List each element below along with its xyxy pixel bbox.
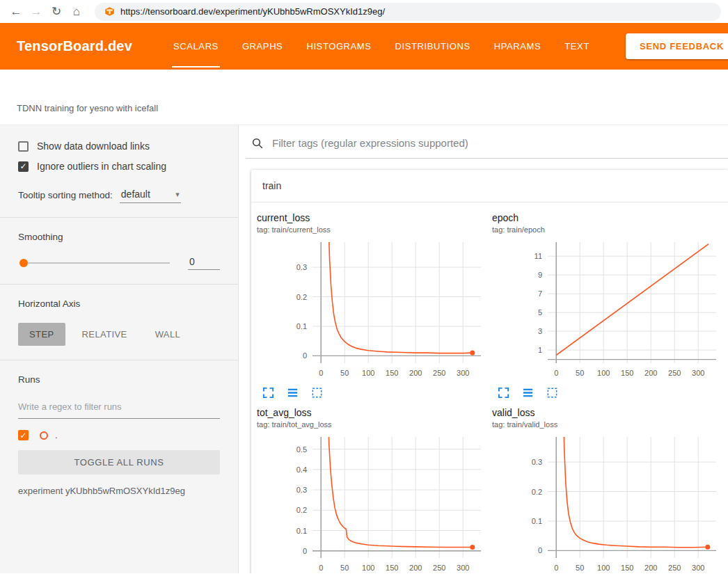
scalar-chart-card-valid-loss: valid_losstag: train/valid_loss050100150… bbox=[492, 407, 722, 573]
tooltip-sorting-value: default bbox=[121, 189, 167, 200]
svg-text:0: 0 bbox=[319, 369, 323, 377]
smoothing-value-field[interactable]: 0 bbox=[188, 256, 220, 270]
fit-domain-icon[interactable] bbox=[546, 387, 558, 399]
axis-button-wall[interactable]: WALL bbox=[144, 323, 192, 346]
settings-sidebar: Show data download links✓Ignore outliers… bbox=[0, 125, 239, 573]
send-feedback-button[interactable]: SEND FEEDBACK bbox=[626, 33, 728, 59]
axis-button-step[interactable]: STEP bbox=[18, 323, 65, 346]
chart-canvas[interactable]: 0501001502002503001357911 bbox=[492, 238, 722, 381]
svg-text:250: 250 bbox=[668, 564, 681, 572]
experiment-name: experiment yKUbhb5wRmOSXYkId1z9eg bbox=[18, 486, 220, 496]
svg-text:200: 200 bbox=[644, 369, 657, 377]
tab-hparams[interactable]: HPARAMS bbox=[482, 23, 553, 70]
svg-text:0.3: 0.3 bbox=[532, 458, 542, 466]
chart-toolbar bbox=[257, 381, 486, 403]
tensorboard-favicon bbox=[104, 6, 115, 17]
svg-text:0.4: 0.4 bbox=[296, 465, 307, 474]
tab-scalars[interactable]: SCALARS bbox=[161, 23, 230, 70]
runs-filter-input[interactable] bbox=[18, 399, 220, 419]
tag-filter-row bbox=[246, 132, 728, 159]
svg-text:250: 250 bbox=[433, 564, 445, 572]
svg-text:150: 150 bbox=[621, 564, 633, 572]
run-checkbox[interactable]: ✓ bbox=[18, 430, 29, 440]
tag-filter-input[interactable] bbox=[271, 136, 728, 150]
search-icon bbox=[251, 137, 264, 150]
smoothing-label: Smoothing bbox=[18, 232, 220, 242]
tooltip-sorting-select[interactable]: default ▾ bbox=[120, 187, 181, 203]
experiment-description: TDNN training for yesno with icefall bbox=[17, 103, 158, 113]
smoothing-slider-thumb[interactable] bbox=[19, 259, 28, 267]
chart-tag: tag: train/valid_loss bbox=[492, 420, 722, 429]
tab-histograms[interactable]: HISTOGRAMS bbox=[294, 23, 383, 70]
svg-text:7: 7 bbox=[538, 289, 542, 298]
svg-text:0.2: 0.2 bbox=[296, 506, 307, 514]
svg-text:250: 250 bbox=[668, 369, 681, 377]
expand-chart-icon[interactable] bbox=[262, 387, 274, 399]
chart-tag: tag: train/tot_avg_loss bbox=[257, 420, 486, 429]
divider bbox=[0, 217, 238, 218]
svg-text:0: 0 bbox=[538, 546, 542, 555]
svg-text:0.5: 0.5 bbox=[296, 445, 307, 454]
svg-text:300: 300 bbox=[692, 369, 704, 377]
show-data-download-links-checkbox[interactable] bbox=[18, 141, 29, 152]
run-row: ✓. bbox=[18, 430, 220, 440]
tab-distributions[interactable]: DISTRIBUTIONS bbox=[383, 23, 482, 70]
runs-table-icon[interactable] bbox=[522, 387, 534, 399]
svg-text:0: 0 bbox=[554, 369, 558, 377]
tab-text[interactable]: TEXT bbox=[553, 23, 601, 70]
svg-text:50: 50 bbox=[340, 564, 349, 572]
ignore-outliers-in-chart-scaling-checkbox[interactable]: ✓ bbox=[18, 161, 29, 172]
fit-domain-icon[interactable] bbox=[311, 387, 323, 399]
runs-table-icon[interactable] bbox=[287, 387, 299, 399]
svg-text:100: 100 bbox=[362, 564, 374, 572]
chart-canvas[interactable]: 05010015020025030000.10.20.3 bbox=[257, 238, 486, 381]
svg-text:0.2: 0.2 bbox=[532, 488, 542, 496]
svg-text:300: 300 bbox=[457, 564, 469, 572]
experiment-description-row: TDNN training for yesno with icefall bbox=[0, 70, 728, 125]
app-header: TensorBoard.dev SCALARSGRAPHSHISTOGRAMSD… bbox=[0, 23, 728, 70]
reload-icon[interactable]: ↻ bbox=[47, 3, 65, 21]
chart-canvas[interactable]: 05010015020025030000.10.20.30.40.5 bbox=[257, 433, 486, 573]
svg-text:100: 100 bbox=[597, 369, 610, 377]
svg-text:200: 200 bbox=[409, 369, 422, 377]
show-data-download-links-row: Show data download links bbox=[18, 141, 220, 152]
smoothing-slider[interactable] bbox=[24, 262, 170, 264]
expand-chart-icon[interactable] bbox=[498, 387, 509, 399]
svg-text:250: 250 bbox=[433, 369, 445, 377]
chart-title: epoch bbox=[492, 212, 722, 223]
back-icon[interactable]: ← bbox=[7, 3, 25, 21]
toggle-all-runs-button[interactable]: TOGGLE ALL RUNS bbox=[18, 450, 220, 475]
tooltip-sorting-label: Tooltip sorting method: bbox=[18, 190, 113, 200]
svg-text:0: 0 bbox=[554, 564, 558, 572]
tooltip-sorting-row: Tooltip sorting method: default ▾ bbox=[18, 187, 220, 203]
runs-label: Runs bbox=[18, 374, 220, 385]
svg-text:0.1: 0.1 bbox=[532, 517, 542, 525]
forward-icon[interactable]: → bbox=[27, 3, 45, 21]
svg-text:0: 0 bbox=[319, 564, 323, 572]
svg-text:0.1: 0.1 bbox=[296, 527, 307, 535]
chart-canvas[interactable]: 05010015020025030000.10.20.3 bbox=[492, 433, 722, 573]
section-header-train[interactable]: train bbox=[251, 170, 728, 202]
axis-button-relative[interactable]: RELATIVE bbox=[71, 323, 139, 346]
svg-text:0.3: 0.3 bbox=[296, 263, 307, 271]
svg-text:100: 100 bbox=[362, 369, 374, 377]
svg-text:0: 0 bbox=[303, 547, 307, 555]
charts-grid: current_losstag: train/current_loss05010… bbox=[251, 202, 728, 573]
ignore-outliers-in-chart-scaling-row: ✓Ignore outliers in chart scaling bbox=[18, 161, 220, 172]
svg-text:0.2: 0.2 bbox=[296, 293, 307, 301]
chart-toolbar bbox=[492, 381, 722, 403]
tab-graphs[interactable]: GRAPHS bbox=[230, 23, 295, 70]
chevron-down-icon: ▾ bbox=[175, 190, 180, 199]
address-bar[interactable]: https://tensorboard.dev/experiment/yKUbh… bbox=[95, 3, 721, 21]
main-content: train current_losstag: train/current_los… bbox=[239, 125, 728, 573]
section-title: train bbox=[262, 180, 281, 191]
svg-text:0.1: 0.1 bbox=[296, 322, 307, 330]
scalar-chart-card-current-loss: current_losstag: train/current_loss05010… bbox=[257, 212, 486, 403]
svg-text:1: 1 bbox=[538, 346, 542, 354]
browser-chrome: ← → ↻ ⌂ https://tensorboard.dev/experime… bbox=[0, 0, 728, 23]
svg-text:200: 200 bbox=[644, 564, 657, 572]
svg-text:300: 300 bbox=[692, 564, 704, 572]
home-icon[interactable]: ⌂ bbox=[68, 3, 86, 21]
run-color-swatch bbox=[40, 431, 48, 440]
chart-tag: tag: train/current_loss bbox=[257, 225, 486, 234]
